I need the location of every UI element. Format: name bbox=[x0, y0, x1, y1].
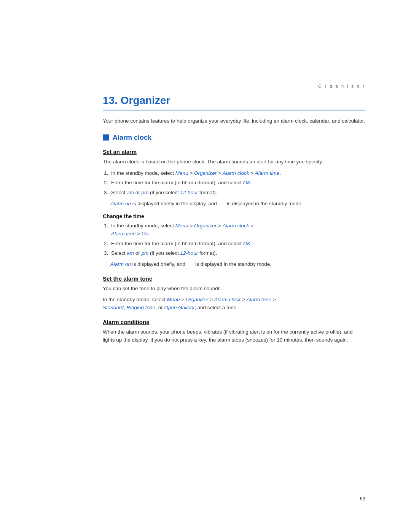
link-am-1: am bbox=[127, 190, 134, 195]
link-organizer-1: Organizer bbox=[194, 170, 217, 176]
link-alarmtone-1: Alarm tone bbox=[247, 297, 271, 302]
link-organizer-3: Organizer bbox=[186, 297, 208, 302]
link-organizer-2: Organizer bbox=[194, 223, 217, 228]
change-time-steps: In the standby mode, select Menu > Organ… bbox=[110, 222, 365, 257]
link-pm-2: pm bbox=[142, 250, 149, 256]
link-menu-1: Menu bbox=[175, 170, 188, 176]
alarm-clock-title: Alarm clock bbox=[113, 134, 151, 142]
link-ok-2: OK bbox=[243, 241, 251, 246]
content-area: 13. Organizer Your phone contains featur… bbox=[103, 84, 365, 347]
intro-text: Your phone contains features to help org… bbox=[103, 117, 365, 125]
set-an-alarm-title: Set an alarm bbox=[103, 149, 365, 155]
set-an-alarm-steps: In the standby mode, select Menu > Organ… bbox=[110, 169, 365, 197]
link-ok-1: OK bbox=[243, 180, 251, 185]
change-time-step-2: Enter the time for the alarm (in hh:mm f… bbox=[110, 240, 365, 248]
alarm-clock-icon bbox=[103, 134, 109, 141]
link-opengallery-1: Open Gallery bbox=[164, 305, 194, 310]
link-12hour-2: 12-hour bbox=[180, 250, 198, 256]
set-alarm-tone-body: You can set the tone to play when the al… bbox=[103, 285, 365, 293]
link-ringingtone-1: Ringing tone bbox=[126, 305, 155, 310]
change-time-step-1: In the standby mode, select Menu > Organ… bbox=[110, 222, 365, 238]
link-standard-1: Standard bbox=[103, 305, 124, 310]
set-alarm-step-1: In the standby mode, select Menu > Organ… bbox=[110, 169, 365, 177]
page-container: O r g a n i z e r 13. Organizer Your pho… bbox=[0, 0, 411, 532]
link-alarmclock-1: Alarm clock bbox=[223, 170, 249, 176]
alarm-conditions-title: Alarm conditions bbox=[103, 319, 365, 325]
link-on-1: On bbox=[142, 231, 148, 236]
alarm-clock-section-header: Alarm clock bbox=[103, 134, 365, 142]
link-menu-3: Menu bbox=[167, 297, 180, 302]
alarm-on-label-1: Alarm on bbox=[110, 201, 131, 206]
alarm-on-note-2: Alarm on is displayed briefly, and is di… bbox=[103, 260, 365, 268]
link-menu-2: Menu bbox=[175, 223, 188, 228]
link-alarmclock-3: Alarm clock bbox=[214, 297, 241, 302]
link-alarmtime-1: Alarm time bbox=[255, 170, 280, 176]
link-am-2: am bbox=[127, 250, 134, 256]
alarm-on-label-2: Alarm on bbox=[110, 261, 131, 267]
set-an-alarm-body: The alarm clock is based on the phone cl… bbox=[103, 158, 365, 166]
alarm-conditions-body: When the alarm sounds, your phone beeps,… bbox=[103, 328, 365, 344]
link-pm-1: pm bbox=[142, 190, 149, 195]
link-alarmtime-2: Alarm time bbox=[111, 231, 136, 236]
alarm-on-note-1: Alarm on is displayed briefly in the dis… bbox=[103, 200, 365, 208]
page-number: 63 bbox=[360, 496, 365, 502]
set-alarm-step-2: Enter the time for the alarm (in hh:mm f… bbox=[110, 179, 365, 187]
chapter-title: 13. Organizer bbox=[103, 94, 365, 110]
set-alarm-tone-instruction: In the standby mode, select Menu > Organ… bbox=[103, 296, 365, 312]
change-time-title: Change the time bbox=[103, 213, 365, 219]
change-time-step-3: Select am or pm (if you select 12-hour f… bbox=[110, 249, 365, 257]
set-alarm-step-3: Select am or pm (if you select 12-hour f… bbox=[110, 189, 365, 197]
link-alarmclock-2: Alarm clock bbox=[223, 223, 249, 228]
set-alarm-tone-title: Set the alarm tone bbox=[103, 275, 365, 282]
link-12hour-1: 12-hour bbox=[180, 190, 198, 195]
